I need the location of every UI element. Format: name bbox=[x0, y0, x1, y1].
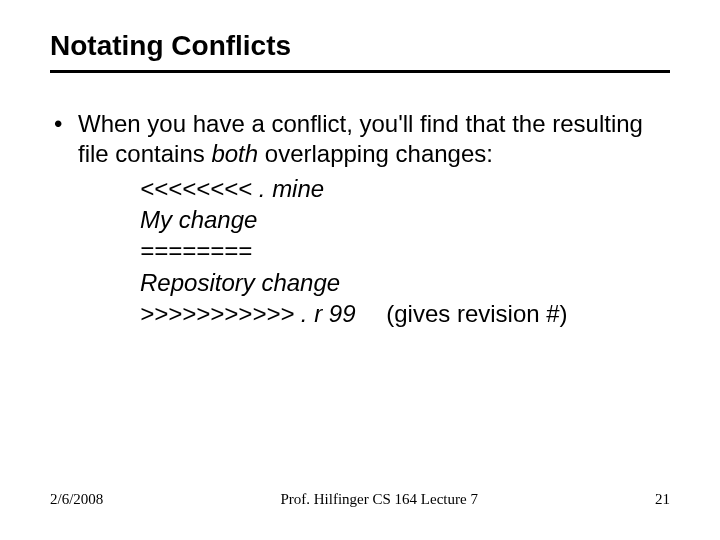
bullet-text: When you have a conflict, you'll find th… bbox=[78, 109, 670, 169]
footer-page: 21 bbox=[655, 491, 670, 508]
conflict-block: <<<<<<<< . mine My change ======== Repos… bbox=[140, 173, 670, 329]
conflict-rev-line: >>>>>>>>>>> . r 99 (gives revision #) bbox=[140, 298, 670, 329]
bullet-post: overlapping changes: bbox=[258, 140, 493, 167]
bullet-em: both bbox=[211, 140, 258, 167]
bullet-dot: • bbox=[50, 109, 78, 139]
bullet-item: • When you have a conflict, you'll find … bbox=[50, 109, 670, 169]
conflict-rev-marker: >>>>>>>>>>> . r 99 bbox=[140, 300, 356, 327]
footer-center: Prof. Hilfinger CS 164 Lecture 7 bbox=[103, 491, 655, 508]
footer-date: 2/6/2008 bbox=[50, 491, 103, 508]
conflict-my-change: My change bbox=[140, 204, 670, 235]
title-rule bbox=[50, 70, 670, 73]
conflict-mine-marker: <<<<<<<< . mine bbox=[140, 173, 670, 204]
conflict-separator: ======== bbox=[140, 235, 670, 266]
conflict-repo-change: Repository change bbox=[140, 267, 670, 298]
slide-footer: 2/6/2008 Prof. Hilfinger CS 164 Lecture … bbox=[0, 491, 720, 508]
slide-title: Notating Conflicts bbox=[50, 30, 670, 62]
conflict-rev-note: (gives revision #) bbox=[386, 300, 567, 327]
